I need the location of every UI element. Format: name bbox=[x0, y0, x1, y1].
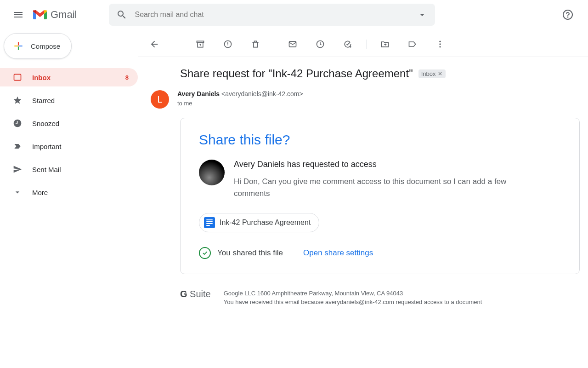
archive-button[interactable] bbox=[191, 35, 209, 53]
check-circle-icon bbox=[199, 247, 211, 259]
sidebar-item-sent[interactable]: Sent Mail bbox=[0, 160, 138, 178]
labels-button[interactable] bbox=[403, 35, 422, 53]
subject-row: Share request for "Ink-42 Purchase Agree… bbox=[138, 57, 588, 85]
help-icon bbox=[562, 9, 573, 20]
archive-icon bbox=[196, 40, 205, 49]
svg-point-1 bbox=[568, 17, 568, 17]
header-actions bbox=[559, 6, 581, 24]
svg-point-9 bbox=[439, 46, 441, 47]
gmail-logo[interactable]: Gmail bbox=[33, 9, 77, 21]
back-button[interactable] bbox=[145, 35, 164, 53]
card-title: Share this file? bbox=[199, 132, 561, 148]
search-input[interactable] bbox=[135, 11, 409, 19]
mark-unread-button[interactable] bbox=[283, 35, 302, 53]
toolbar-separator bbox=[274, 40, 274, 49]
sidebar-item-important[interactable]: Important bbox=[0, 137, 138, 155]
toolbar-separator bbox=[366, 40, 367, 49]
label-icon bbox=[408, 40, 417, 49]
inbox-icon bbox=[13, 73, 22, 82]
spam-icon bbox=[223, 40, 232, 49]
sidebar-item-label: Sent Mail bbox=[32, 166, 61, 173]
mail-icon bbox=[288, 40, 297, 49]
spam-button[interactable] bbox=[219, 35, 237, 53]
svg-rect-3 bbox=[197, 41, 204, 42]
trash-icon bbox=[251, 40, 260, 49]
important-icon bbox=[13, 142, 22, 151]
clock-icon bbox=[13, 119, 22, 128]
sender-row: L Avery Daniels <averydaniels@ink-42.com… bbox=[138, 85, 588, 109]
share-status-row: You shared this file Open share settings bbox=[199, 247, 561, 259]
sidebar-item-label: Snoozed bbox=[32, 120, 59, 127]
sidebar-item-label: Important bbox=[32, 143, 61, 150]
sidebar-item-starred[interactable]: Starred bbox=[0, 91, 138, 109]
sidebar-item-more[interactable]: More bbox=[0, 183, 138, 201]
sender-email: <averydaniels@ink-42.com> bbox=[221, 90, 303, 98]
main-menu-button[interactable] bbox=[7, 4, 29, 26]
sender-info: Avery Daniels <averydaniels@ink-42.com> … bbox=[177, 90, 303, 107]
compose-button[interactable]: Compose bbox=[4, 33, 72, 59]
arrow-back-icon bbox=[149, 39, 159, 49]
app-header: Gmail bbox=[0, 0, 588, 29]
sidebar-item-label: Starred bbox=[32, 97, 55, 104]
email-footer: G Suite Google LLC 1600 Amphitheatre Par… bbox=[180, 289, 581, 307]
delete-button[interactable] bbox=[246, 35, 265, 53]
hamburger-icon bbox=[13, 9, 24, 20]
svg-rect-2 bbox=[14, 74, 21, 80]
gsuite-logo: G Suite bbox=[180, 289, 211, 299]
move-button[interactable] bbox=[376, 35, 394, 53]
folder-move-icon bbox=[380, 40, 390, 49]
sidebar-nav: Inbox 8 Starred Snoozed Important Sent M… bbox=[0, 68, 138, 201]
file-name: Ink-42 Purchase Agreement bbox=[220, 218, 311, 227]
add-task-icon bbox=[343, 40, 352, 49]
share-request-card: Share this file? Avery Daniels has reque… bbox=[180, 118, 580, 274]
compose-label: Compose bbox=[31, 42, 60, 50]
svg-point-8 bbox=[439, 43, 441, 45]
star-icon bbox=[13, 96, 22, 105]
close-icon bbox=[437, 71, 443, 76]
sidebar: Compose Inbox 8 Starred Snoozed Importan… bbox=[0, 29, 138, 368]
recipient-line: to me bbox=[177, 100, 303, 107]
sender-name: Avery Daniels bbox=[177, 90, 220, 98]
footer-reason: You have received this email because ave… bbox=[224, 298, 482, 307]
more-vert-icon bbox=[435, 40, 445, 49]
inbox-label-chip[interactable]: Inbox bbox=[418, 69, 446, 78]
requester-avatar bbox=[199, 160, 225, 185]
chevron-down-icon bbox=[13, 188, 22, 197]
sidebar-item-label: More bbox=[32, 189, 48, 196]
message-toolbar bbox=[138, 31, 588, 57]
add-task-button[interactable] bbox=[339, 35, 357, 53]
badge-label: Inbox bbox=[421, 70, 436, 77]
open-share-settings-link[interactable]: Open share settings bbox=[303, 248, 373, 258]
request-headline: Avery Daniels has requested to access bbox=[234, 160, 528, 169]
search-icon bbox=[116, 9, 127, 20]
share-status-text: You shared this file bbox=[217, 248, 283, 258]
snooze-icon bbox=[316, 40, 325, 49]
sidebar-item-inbox[interactable]: Inbox 8 bbox=[0, 68, 138, 86]
file-chip[interactable]: Ink-42 Purchase Agreement bbox=[199, 213, 319, 232]
google-docs-icon bbox=[204, 217, 215, 228]
compose-plus-icon bbox=[12, 40, 24, 52]
request-message: Hi Don, Can you give me comment access t… bbox=[234, 176, 528, 200]
footer-address: Google LLC 1600 Amphitheatre Parkway, Mo… bbox=[224, 289, 482, 298]
send-icon bbox=[13, 165, 22, 174]
message-subject: Share request for "Ink-42 Purchase Agree… bbox=[180, 67, 413, 80]
snooze-button[interactable] bbox=[311, 35, 329, 53]
sidebar-item-label: Inbox bbox=[32, 74, 51, 81]
search-bar[interactable] bbox=[109, 4, 435, 26]
inbox-count: 8 bbox=[125, 74, 129, 81]
dropdown-icon[interactable] bbox=[417, 9, 428, 20]
gmail-logo-icon bbox=[33, 9, 47, 20]
svg-point-7 bbox=[439, 40, 441, 42]
app-name: Gmail bbox=[51, 9, 77, 21]
more-actions-button[interactable] bbox=[431, 35, 449, 53]
sidebar-item-snoozed[interactable]: Snoozed bbox=[0, 114, 138, 132]
help-button[interactable] bbox=[559, 6, 577, 24]
sender-avatar[interactable]: L bbox=[151, 90, 169, 109]
message-pane: Share request for "Ink-42 Purchase Agree… bbox=[138, 29, 588, 368]
